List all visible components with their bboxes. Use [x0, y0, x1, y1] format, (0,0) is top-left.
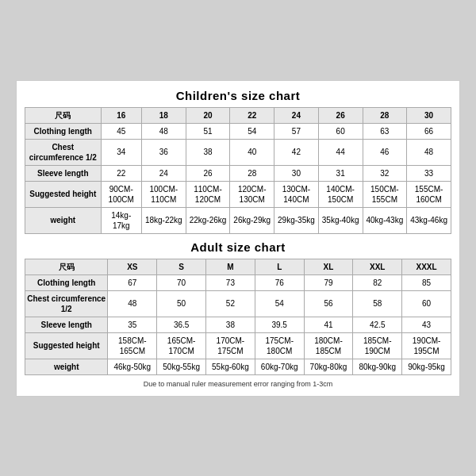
- cell-value: 158CM-165CM: [108, 332, 157, 359]
- table-row: Chest circumference 1/23436384042444648: [25, 139, 451, 165]
- cell-value: 73: [206, 274, 255, 290]
- table-row: Clothing length4548515457606366: [25, 123, 451, 139]
- table-row: Clothing length67707376798285: [25, 274, 451, 290]
- cell-value: 33: [407, 165, 451, 181]
- adult-col-header: L: [255, 259, 304, 274]
- cell-value: 180CM-185CM: [304, 332, 353, 359]
- chart-container: Children's size chart 尺码1618202224262830…: [16, 80, 460, 397]
- table-row: weight46kg-50kg50kg-55kg55kg-60kg60kg-70…: [25, 359, 451, 374]
- cell-value: 29kg-35kg: [274, 207, 319, 233]
- cell-value: 42: [274, 139, 319, 165]
- cell-value: 190CM-195CM: [402, 332, 451, 359]
- note-text: Due to manual ruler measurement error ra…: [25, 380, 451, 388]
- cell-value: 24: [141, 165, 186, 181]
- children-col-header: 24: [274, 107, 319, 123]
- table-row: Sleeve length3536.53839.54142.543: [25, 317, 451, 332]
- cell-value: 40kg-43kg: [363, 207, 407, 233]
- cell-value: 34: [101, 139, 141, 165]
- row-label: Sleeve length: [25, 165, 102, 181]
- cell-value: 52: [206, 290, 255, 317]
- cell-value: 80kg-90kg: [353, 359, 402, 374]
- row-label: Suggested height: [25, 332, 108, 359]
- cell-value: 46kg-50kg: [108, 359, 157, 374]
- cell-value: 35kg-40kg: [318, 207, 363, 233]
- cell-value: 165CM-170CM: [157, 332, 206, 359]
- cell-value: 60: [402, 290, 451, 317]
- cell-value: 43: [402, 317, 451, 332]
- table-row: weight14kg-17kg18kg-22kg22kg-26kg26kg-29…: [25, 207, 451, 233]
- row-label: Sleeve length: [25, 317, 108, 332]
- cell-value: 70kg-80kg: [304, 359, 353, 374]
- row-label: Suggested height: [25, 181, 102, 207]
- children-col-header: 16: [101, 107, 141, 123]
- cell-value: 28: [230, 165, 274, 181]
- table-row: Suggested height158CM-165CM165CM-170CM17…: [25, 332, 451, 359]
- cell-value: 30: [274, 165, 319, 181]
- cell-value: 45: [101, 123, 141, 139]
- cell-value: 140CM-150CM: [318, 181, 363, 207]
- cell-value: 56: [304, 290, 353, 317]
- cell-value: 36.5: [157, 317, 206, 332]
- children-col-header: 26: [318, 107, 363, 123]
- cell-value: 60kg-70kg: [255, 359, 304, 374]
- cell-value: 55kg-60kg: [206, 359, 255, 374]
- cell-value: 39.5: [255, 317, 304, 332]
- adult-col-header: XS: [108, 259, 157, 274]
- children-chart-title: Children's size chart: [25, 89, 451, 102]
- cell-value: 85: [402, 274, 451, 290]
- adult-chart-title: Adult size chart: [25, 240, 451, 254]
- cell-value: 46: [363, 139, 407, 165]
- row-label: Clothing length: [25, 274, 108, 290]
- cell-value: 51: [186, 123, 230, 139]
- children-col-header: 28: [363, 107, 407, 123]
- cell-value: 40: [230, 139, 274, 165]
- cell-value: 63: [363, 123, 407, 139]
- cell-value: 60: [318, 123, 363, 139]
- cell-value: 18kg-22kg: [141, 207, 186, 233]
- cell-value: 67: [108, 274, 157, 290]
- cell-value: 185CM-190CM: [353, 332, 402, 359]
- cell-value: 22kg-26kg: [186, 207, 230, 233]
- table-row: Suggested height90CM-100CM100CM-110CM110…: [25, 181, 451, 207]
- cell-value: 41: [304, 317, 353, 332]
- cell-value: 90kg-95kg: [402, 359, 451, 374]
- cell-value: 57: [274, 123, 319, 139]
- cell-value: 58: [353, 290, 402, 317]
- cell-value: 120CM-130CM: [230, 181, 274, 207]
- cell-value: 170CM-175CM: [206, 332, 255, 359]
- children-table: 尺码1618202224262830 Clothing length454851…: [25, 107, 451, 234]
- cell-value: 48: [141, 123, 186, 139]
- adult-col-header: XXXL: [402, 259, 451, 274]
- cell-value: 48: [108, 290, 157, 317]
- cell-value: 43kg-46kg: [407, 207, 451, 233]
- row-label: Chest circumference 1/2: [25, 290, 108, 317]
- table-row: Chest circumference 1/248505254565860: [25, 290, 451, 317]
- cell-value: 31: [318, 165, 363, 181]
- cell-value: 32: [363, 165, 407, 181]
- cell-value: 26: [186, 165, 230, 181]
- row-label: weight: [25, 359, 108, 374]
- cell-value: 70: [157, 274, 206, 290]
- cell-value: 54: [255, 290, 304, 317]
- cell-value: 38: [186, 139, 230, 165]
- children-col-header: 尺码: [25, 107, 102, 123]
- row-label: Clothing length: [25, 123, 102, 139]
- cell-value: 22: [101, 165, 141, 181]
- cell-value: 36: [141, 139, 186, 165]
- row-label: Chest circumference 1/2: [25, 139, 102, 165]
- cell-value: 42.5: [353, 317, 402, 332]
- table-row: Sleeve length2224262830313233: [25, 165, 451, 181]
- adult-col-header: S: [157, 259, 206, 274]
- cell-value: 150CM-155CM: [363, 181, 407, 207]
- cell-value: 35: [108, 317, 157, 332]
- cell-value: 110CM-120CM: [186, 181, 230, 207]
- adult-table: 尺码XSSMLXLXXLXXXL Clothing length67707376…: [25, 259, 451, 375]
- cell-value: 79: [304, 274, 353, 290]
- cell-value: 90CM-100CM: [101, 181, 141, 207]
- cell-value: 48: [407, 139, 451, 165]
- adult-col-header: XL: [304, 259, 353, 274]
- cell-value: 130CM-140CM: [274, 181, 319, 207]
- cell-value: 50: [157, 290, 206, 317]
- row-label: weight: [25, 207, 102, 233]
- cell-value: 38: [206, 317, 255, 332]
